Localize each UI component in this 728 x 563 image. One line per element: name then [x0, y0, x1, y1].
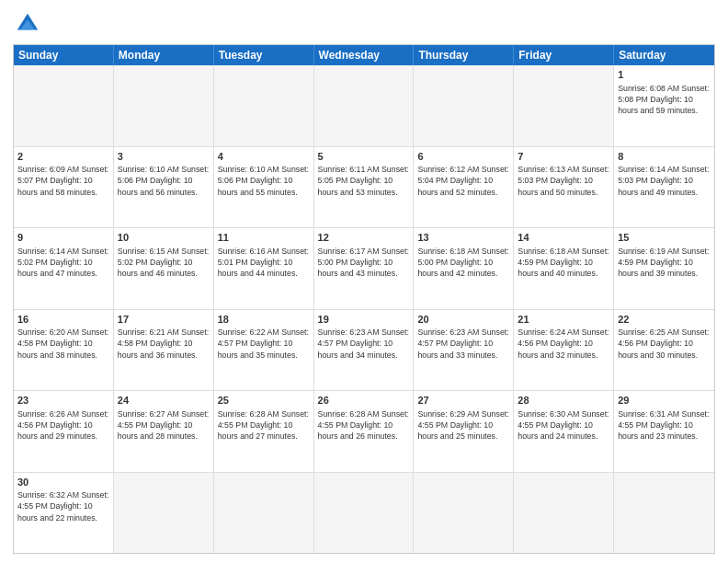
header-day-thursday: Thursday — [414, 45, 514, 65]
calendar-cell-1-1 — [14, 65, 114, 146]
calendar-cell-6-3 — [214, 473, 314, 554]
calendar-cell-5-4: 26Sunrise: 6:28 AM Sunset: 4:55 PM Dayli… — [314, 391, 415, 472]
calendar-cell-2-2: 3Sunrise: 6:10 AM Sunset: 5:06 PM Daylig… — [114, 147, 214, 228]
day-number: 10 — [118, 231, 210, 245]
day-info: Sunrise: 6:18 AM Sunset: 4:59 PM Dayligh… — [518, 246, 609, 279]
calendar-week-6: 30Sunrise: 6:32 AM Sunset: 4:55 PM Dayli… — [14, 473, 714, 554]
calendar-cell-6-6 — [514, 473, 614, 554]
day-number: 25 — [218, 394, 310, 408]
header — [13, 9, 715, 39]
calendar-cell-6-4 — [314, 473, 415, 554]
calendar-cell-3-5: 13Sunrise: 6:18 AM Sunset: 5:00 PM Dayli… — [414, 228, 514, 309]
day-number: 26 — [318, 394, 410, 408]
header-day-friday: Friday — [514, 45, 614, 65]
day-number: 30 — [17, 476, 109, 489]
calendar-cell-4-3: 18Sunrise: 6:22 AM Sunset: 4:57 PM Dayli… — [214, 310, 314, 391]
calendar-cell-1-5 — [414, 65, 514, 146]
calendar-header: SundayMondayTuesdayWednesdayThursdayFrid… — [14, 45, 714, 65]
calendar-cell-6-2 — [114, 473, 214, 554]
day-number: 17 — [118, 313, 210, 327]
day-info: Sunrise: 6:09 AM Sunset: 5:07 PM Dayligh… — [17, 164, 109, 197]
day-info: Sunrise: 6:11 AM Sunset: 5:05 PM Dayligh… — [318, 164, 410, 197]
calendar-cell-3-1: 9Sunrise: 6:14 AM Sunset: 5:02 PM Daylig… — [14, 228, 114, 309]
calendar-cell-4-7: 22Sunrise: 6:25 AM Sunset: 4:56 PM Dayli… — [614, 310, 714, 391]
calendar-cell-2-1: 2Sunrise: 6:09 AM Sunset: 5:07 PM Daylig… — [14, 147, 114, 228]
day-info: Sunrise: 6:26 AM Sunset: 4:56 PM Dayligh… — [17, 408, 109, 442]
day-info: Sunrise: 6:17 AM Sunset: 5:00 PM Dayligh… — [318, 246, 410, 279]
day-info: Sunrise: 6:27 AM Sunset: 4:55 PM Dayligh… — [118, 408, 210, 442]
day-number: 21 — [518, 313, 609, 327]
day-info: Sunrise: 6:31 AM Sunset: 4:55 PM Dayligh… — [618, 408, 711, 442]
day-number: 12 — [318, 231, 410, 245]
calendar-cell-2-7: 8Sunrise: 6:14 AM Sunset: 5:03 PM Daylig… — [614, 147, 714, 228]
calendar-cell-2-6: 7Sunrise: 6:13 AM Sunset: 5:03 PM Daylig… — [514, 147, 614, 228]
calendar-cell-3-7: 15Sunrise: 6:19 AM Sunset: 4:59 PM Dayli… — [614, 228, 714, 309]
day-number: 3 — [118, 150, 210, 164]
calendar-cell-2-3: 4Sunrise: 6:10 AM Sunset: 5:06 PM Daylig… — [214, 147, 314, 228]
day-info: Sunrise: 6:10 AM Sunset: 5:06 PM Dayligh… — [218, 164, 310, 197]
day-number: 19 — [318, 313, 410, 327]
logo — [13, 9, 46, 39]
day-number: 8 — [618, 150, 711, 164]
calendar-cell-4-2: 17Sunrise: 6:21 AM Sunset: 4:58 PM Dayli… — [114, 310, 214, 391]
logo-icon — [13, 9, 42, 39]
day-number: 18 — [218, 313, 310, 327]
header-day-monday: Monday — [114, 45, 214, 65]
day-info: Sunrise: 6:12 AM Sunset: 5:04 PM Dayligh… — [417, 164, 509, 197]
day-info: Sunrise: 6:14 AM Sunset: 5:03 PM Dayligh… — [618, 164, 711, 197]
calendar-cell-6-7 — [614, 473, 714, 554]
day-number: 1 — [618, 68, 711, 82]
header-day-tuesday: Tuesday — [214, 45, 314, 65]
calendar-cell-3-3: 11Sunrise: 6:16 AM Sunset: 5:01 PM Dayli… — [214, 228, 314, 309]
calendar-cell-2-5: 6Sunrise: 6:12 AM Sunset: 5:04 PM Daylig… — [414, 147, 514, 228]
day-info: Sunrise: 6:22 AM Sunset: 4:57 PM Dayligh… — [218, 327, 310, 360]
calendar-cell-6-5 — [414, 473, 514, 554]
day-info: Sunrise: 6:24 AM Sunset: 4:56 PM Dayligh… — [518, 327, 609, 360]
calendar-cell-1-3 — [214, 65, 314, 146]
day-info: Sunrise: 6:13 AM Sunset: 5:03 PM Dayligh… — [518, 164, 609, 197]
day-info: Sunrise: 6:20 AM Sunset: 4:58 PM Dayligh… — [17, 327, 109, 360]
header-day-sunday: Sunday — [14, 45, 114, 65]
day-number: 5 — [318, 150, 410, 164]
day-number: 20 — [417, 313, 509, 327]
day-info: Sunrise: 6:21 AM Sunset: 4:58 PM Dayligh… — [118, 327, 210, 360]
day-info: Sunrise: 6:14 AM Sunset: 5:02 PM Dayligh… — [17, 246, 109, 279]
calendar-cell-5-7: 29Sunrise: 6:31 AM Sunset: 4:55 PM Dayli… — [614, 391, 714, 472]
day-number: 23 — [17, 394, 109, 408]
day-info: Sunrise: 6:23 AM Sunset: 4:57 PM Dayligh… — [417, 327, 509, 360]
calendar-cell-6-1: 30Sunrise: 6:32 AM Sunset: 4:55 PM Dayli… — [14, 473, 114, 554]
calendar-week-5: 23Sunrise: 6:26 AM Sunset: 4:56 PM Dayli… — [14, 391, 714, 473]
calendar-cell-3-2: 10Sunrise: 6:15 AM Sunset: 5:02 PM Dayli… — [114, 228, 214, 309]
header-day-wednesday: Wednesday — [314, 45, 415, 65]
day-info: Sunrise: 6:19 AM Sunset: 4:59 PM Dayligh… — [618, 246, 711, 279]
day-number: 6 — [417, 150, 509, 164]
calendar-cell-2-4: 5Sunrise: 6:11 AM Sunset: 5:05 PM Daylig… — [314, 147, 415, 228]
calendar-cell-5-2: 24Sunrise: 6:27 AM Sunset: 4:55 PM Dayli… — [114, 391, 214, 472]
day-info: Sunrise: 6:29 AM Sunset: 4:55 PM Dayligh… — [417, 408, 509, 442]
calendar-week-4: 16Sunrise: 6:20 AM Sunset: 4:58 PM Dayli… — [14, 310, 714, 392]
calendar-cell-4-6: 21Sunrise: 6:24 AM Sunset: 4:56 PM Dayli… — [514, 310, 614, 391]
day-info: Sunrise: 6:15 AM Sunset: 5:02 PM Dayligh… — [118, 246, 210, 279]
calendar-cell-4-1: 16Sunrise: 6:20 AM Sunset: 4:58 PM Dayli… — [14, 310, 114, 391]
calendar-week-1: 1Sunrise: 6:08 AM Sunset: 5:08 PM Daylig… — [14, 65, 714, 147]
day-number: 27 — [417, 394, 509, 408]
day-number: 24 — [118, 394, 210, 408]
day-info: Sunrise: 6:28 AM Sunset: 4:55 PM Dayligh… — [318, 408, 410, 442]
day-info: Sunrise: 6:23 AM Sunset: 4:57 PM Dayligh… — [318, 327, 410, 360]
calendar-cell-1-7: 1Sunrise: 6:08 AM Sunset: 5:08 PM Daylig… — [614, 65, 714, 146]
calendar-cell-5-6: 28Sunrise: 6:30 AM Sunset: 4:55 PM Dayli… — [514, 391, 614, 472]
calendar-cell-3-4: 12Sunrise: 6:17 AM Sunset: 5:00 PM Dayli… — [314, 228, 415, 309]
page: SundayMondayTuesdayWednesdayThursdayFrid… — [0, 0, 728, 563]
day-info: Sunrise: 6:25 AM Sunset: 4:56 PM Dayligh… — [618, 327, 711, 360]
calendar-cell-5-5: 27Sunrise: 6:29 AM Sunset: 4:55 PM Dayli… — [414, 391, 514, 472]
day-number: 4 — [218, 150, 310, 164]
day-number: 9 — [17, 231, 109, 245]
day-number: 22 — [618, 313, 711, 327]
calendar: SundayMondayTuesdayWednesdayThursdayFrid… — [13, 44, 715, 554]
day-number: 13 — [417, 231, 509, 245]
header-day-saturday: Saturday — [614, 45, 714, 65]
calendar-cell-1-2 — [114, 65, 214, 146]
day-info: Sunrise: 6:32 AM Sunset: 4:55 PM Dayligh… — [17, 489, 109, 523]
day-info: Sunrise: 6:30 AM Sunset: 4:55 PM Dayligh… — [518, 408, 609, 442]
day-info: Sunrise: 6:28 AM Sunset: 4:55 PM Dayligh… — [218, 408, 310, 442]
